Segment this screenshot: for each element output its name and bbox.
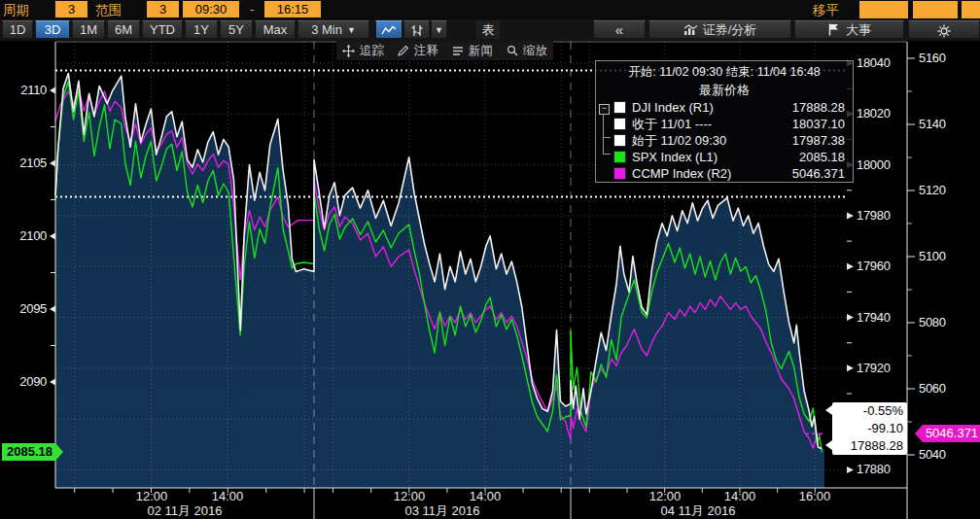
legend-series-label: 收于 11/01 ---- xyxy=(632,116,712,133)
right-axis1-tick-label: 18020 xyxy=(857,107,891,121)
legend-swatch-icon xyxy=(613,151,626,163)
chart-legend[interactable]: 开始: 11/02 09:30 结束: 11/04 16:48 最新价格 DJI… xyxy=(595,60,854,183)
period-value-field[interactable]: 3 xyxy=(55,1,88,17)
start-time-field[interactable]: 09:30 xyxy=(183,1,239,17)
dji-last-price-badge: -0.55% -99.10 17888.28 xyxy=(832,402,907,455)
right-axis1-tick-label: 17980 xyxy=(857,209,891,223)
legend-series-label: CCMP Index (R2) xyxy=(632,166,731,181)
chart-tool-crosshair[interactable]: 追踪 xyxy=(342,43,384,59)
end-time-field[interactable]: 16:15 xyxy=(264,1,321,17)
security-analysis-button[interactable]: 证券/分析 xyxy=(648,20,791,39)
range-value-field[interactable]: 3 xyxy=(147,1,179,17)
range-button-ytd[interactable]: YTD xyxy=(142,20,183,39)
collapse-button[interactable]: « xyxy=(593,20,646,39)
legend-row[interactable]: 收于 11/01 ----18037.10 xyxy=(596,116,853,132)
x-axis-date-label: 04 11月 2016 xyxy=(660,502,735,519)
right-axis2-tick-label: 5060 xyxy=(919,382,946,396)
x-axis-time-label: 14:00 xyxy=(212,489,244,503)
bloomberg-chart-window: { "header": { "period_label": "周期", "per… xyxy=(0,0,980,519)
left-axis-tick-label: 2100 xyxy=(6,229,47,243)
dji-change-value: -99.10 xyxy=(832,420,903,437)
header-orange-block[interactable] xyxy=(859,1,908,18)
chart-tool-label: 追踪 xyxy=(360,43,384,59)
legend-row[interactable]: DJI Index (R1)17888.28 xyxy=(596,99,853,116)
header-bar: 周期 3 范围 3 09:30 - 16:15 移平 xyxy=(0,0,980,19)
range-button-3d[interactable]: 3D xyxy=(35,20,70,39)
chart-tool-label: 注释 xyxy=(414,43,438,59)
settings-button[interactable] xyxy=(908,20,980,39)
ccmp-last-price-badge: 5046.371 xyxy=(915,425,980,442)
range-button-1y[interactable]: 1Y xyxy=(185,20,218,39)
legend-series-value: 18037.10 xyxy=(792,117,845,131)
legend-rows: DJI Index (R1)17888.28收于 11/01 ----18037… xyxy=(596,99,853,182)
right-axis1-tick-label: 17960 xyxy=(857,260,891,273)
ohlc-chart-icon xyxy=(410,24,424,37)
moving-average-label: 移平 xyxy=(813,2,839,19)
security-analysis-label: 证券/分析 xyxy=(703,22,757,37)
chart-type-dropdown[interactable]: ▼ xyxy=(431,20,447,39)
table-button[interactable]: 表 xyxy=(476,20,500,39)
header-orange-block[interactable] xyxy=(962,1,980,18)
range-button-5y[interactable]: 5Y xyxy=(220,20,253,39)
left-axis-tick-label: 2110 xyxy=(6,84,47,97)
legend-series-label: SPX Index (L1) xyxy=(632,150,718,164)
crosshair-icon xyxy=(342,45,355,57)
legend-date-range: 开始: 11/02 09:30 结束: 11/04 16:48 xyxy=(596,64,853,81)
x-axis-time-label: 14:00 xyxy=(470,489,502,503)
right-axis2-tick-label: 5100 xyxy=(919,250,946,263)
right-axis1-tick-label: 18000 xyxy=(857,158,891,172)
x-axis-time-label: 12:00 xyxy=(649,489,682,503)
line-chart-icon xyxy=(381,24,397,36)
chart-tool-news[interactable]: 新闻 xyxy=(452,43,493,59)
right-axis1-tick-label: 18040 xyxy=(857,56,891,70)
legend-swatch-icon xyxy=(613,134,626,147)
legend-row[interactable]: CCMP Index (R2)5046.371 xyxy=(596,165,853,182)
right-axis1-tick-label: 17920 xyxy=(857,362,891,375)
right-axis1-tick-label: 17880 xyxy=(857,463,891,476)
legend-series-label: DJI Index (R1) xyxy=(632,100,714,115)
chart-toolbar: 1D3D1M6MYTD1Y5YMax 3 Min▼ ▼ 表 « 证券/分析 大事 xyxy=(0,19,980,41)
spx-last-price-badge: 2085.18 xyxy=(2,443,63,461)
chart-tool-magnifier[interactable]: 缩放 xyxy=(507,43,547,59)
ohlc-chart-type-button[interactable] xyxy=(403,20,430,39)
dji-change-percent: -0.55% xyxy=(832,402,903,420)
badge-pointer-icon xyxy=(825,440,832,450)
legend-subtitle: 最新价格 xyxy=(596,82,853,99)
flag-icon xyxy=(827,22,840,36)
legend-row[interactable]: SPX Index (L1)2085.18 xyxy=(596,149,853,165)
right-axis2-tick-label: 5040 xyxy=(919,448,946,462)
x-axis-time-label: 16:00 xyxy=(799,489,831,503)
x-axis-time-label: 12:00 xyxy=(136,489,168,503)
tree-collapse-icon[interactable]: − xyxy=(599,104,610,115)
right-axis2-tick-label: 5120 xyxy=(919,184,946,197)
range-button-6m[interactable]: 6M xyxy=(107,20,140,39)
line-chart-type-button[interactable] xyxy=(375,20,402,39)
legend-tree-connector: − xyxy=(599,104,612,164)
right-axis2-tick-label: 5160 xyxy=(919,52,946,65)
legend-swatch-icon xyxy=(613,118,626,130)
legend-series-value: 17888.28 xyxy=(792,100,845,115)
chevron-down-icon: ▼ xyxy=(435,25,443,35)
legend-series-value: 5046.371 xyxy=(792,166,845,181)
right-axis2-tick-label: 5080 xyxy=(919,316,946,329)
x-axis-time-label: 14:00 xyxy=(724,489,756,503)
bar-chart-icon xyxy=(683,24,698,35)
news-icon xyxy=(452,46,464,56)
range-button-1d[interactable]: 1D xyxy=(2,20,33,39)
range-button-1m[interactable]: 1M xyxy=(72,20,105,39)
time-separator: - xyxy=(250,2,255,17)
right-axis1-tick-label: 17940 xyxy=(857,311,891,325)
legend-row[interactable]: 始于 11/02 09:3017987.38 xyxy=(596,132,853,149)
range-button-max[interactable]: Max xyxy=(255,20,296,39)
interval-dropdown[interactable]: 3 Min▼ xyxy=(298,20,369,39)
chart-tool-pencil[interactable]: 注释 xyxy=(398,43,438,59)
header-orange-block[interactable] xyxy=(913,1,958,18)
left-axis-tick-label: 2105 xyxy=(6,156,47,170)
events-button[interactable]: 大事 xyxy=(794,20,904,39)
left-axis-tick-label: 2090 xyxy=(6,375,47,389)
pencil-icon xyxy=(398,45,409,56)
events-label: 大事 xyxy=(846,22,871,37)
interval-label: 3 Min xyxy=(311,22,342,37)
chart-tool-label: 缩放 xyxy=(523,43,547,59)
x-axis-time-label: 12:00 xyxy=(394,489,426,503)
